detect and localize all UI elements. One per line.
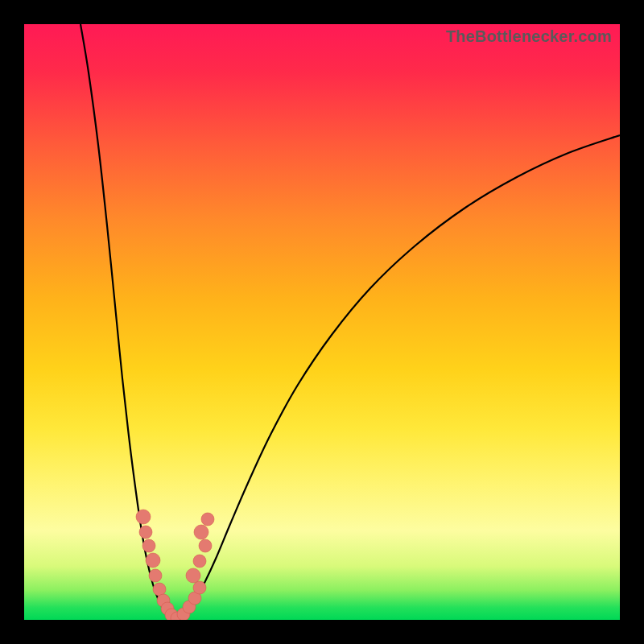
- data-dot: [139, 526, 152, 539]
- data-dot: [149, 569, 162, 582]
- data-dot: [153, 583, 166, 596]
- data-dot: [193, 581, 206, 594]
- data-dot: [199, 539, 212, 552]
- curves-svg: [24, 24, 620, 620]
- data-dot: [193, 555, 206, 568]
- right-branch-curve: [175, 135, 620, 620]
- chart-frame: TheBottlenecker.com: [0, 0, 644, 644]
- data-dot: [136, 510, 151, 524]
- left-branch-curve: [80, 24, 175, 620]
- plot-area: TheBottlenecker.com: [24, 24, 620, 620]
- data-dot: [194, 525, 208, 539]
- dots-group: [136, 510, 214, 620]
- data-dot: [201, 513, 214, 526]
- data-dot: [146, 553, 160, 568]
- data-dot: [186, 568, 200, 583]
- data-dot: [142, 539, 155, 552]
